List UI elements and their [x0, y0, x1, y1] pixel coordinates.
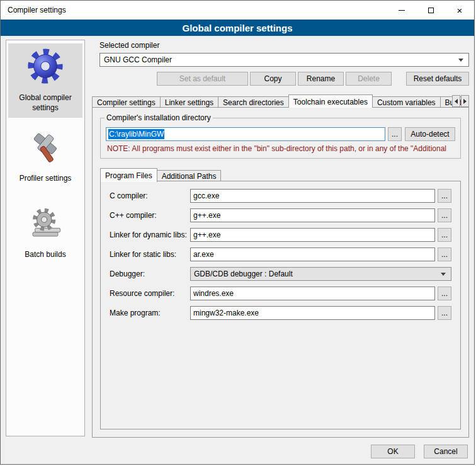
linker-dynamic-browse-button[interactable]: ... — [438, 228, 451, 242]
form-row-cpp-compiler: C++ compiler: ... — [110, 208, 451, 222]
dialog-banner: Global compiler settings — [1, 20, 474, 36]
program-files-panel: C compiler: ... C++ compiler: ... Linker… — [100, 181, 461, 429]
window-title: Compiler settings — [1, 6, 387, 14]
selected-compiler-label: Selected compiler — [99, 41, 469, 50]
cpp-compiler-label: C++ compiler: — [110, 211, 190, 220]
sidebar-item-global-compiler-settings[interactable]: Global compiler settings — [8, 43, 82, 118]
compiler-settings-window: Compiler settings × Global compiler sett… — [0, 0, 475, 465]
resource-compiler-label: Resource compiler: — [110, 289, 190, 298]
c-compiler-browse-button[interactable]: ... — [438, 189, 451, 203]
form-row-resource-compiler: Resource compiler: ... — [110, 287, 451, 300]
toolchain-executables-panel: Compiler's installation directory C:\ray… — [92, 107, 469, 438]
chevron-down-icon — [458, 59, 463, 62]
close-button[interactable]: × — [445, 1, 474, 20]
installation-directory-label: Compiler's installation directory — [105, 113, 213, 122]
selected-compiler-value: GNU GCC Compiler — [100, 55, 458, 64]
debugger-label: Debugger: — [110, 270, 190, 278]
tab-search-directories[interactable]: Search directories — [218, 96, 289, 108]
linker-static-input[interactable] — [190, 247, 435, 261]
sidebar-item-label: Profiler settings — [20, 174, 72, 184]
linker-dynamic-label: Linker for dynamic libs: — [110, 230, 190, 239]
tab-custom-variables[interactable]: Custom variables — [372, 96, 441, 108]
tab-scroll-right-button[interactable] — [461, 95, 469, 107]
installation-directory-browse-button[interactable]: ... — [388, 127, 402, 141]
installation-directory-value: C:\raylib\MinGW — [108, 129, 164, 139]
tab-linker-settings[interactable]: Linker settings — [160, 96, 218, 108]
banner-title: Global compiler settings — [182, 23, 292, 33]
sidebar-item-label: Batch builds — [25, 250, 65, 260]
settings-category-list: Global compiler settings Profiler settin… — [6, 40, 85, 436]
cpp-compiler-input[interactable] — [190, 208, 435, 222]
minimize-button[interactable] — [387, 1, 416, 20]
c-compiler-input[interactable] — [190, 189, 435, 203]
make-program-input[interactable] — [190, 306, 435, 320]
form-row-linker-static: Linker for static libs: ... — [110, 247, 451, 261]
dialog-footer: OK Cancel — [1, 439, 474, 464]
sidebar-item-label: Global compiler settings — [9, 93, 81, 113]
dialog-body: Global compiler settings Profiler settin… — [1, 36, 474, 439]
sidebar-item-batch-builds[interactable]: Batch builds — [8, 203, 82, 265]
reset-defaults-button[interactable]: Reset defaults — [406, 72, 469, 86]
installation-directory-input[interactable]: C:\raylib\MinGW — [106, 127, 385, 141]
copy-button[interactable]: Copy — [250, 72, 296, 86]
program-files-tab-strip: Program Files Additional Paths — [100, 168, 461, 181]
resource-compiler-browse-button[interactable]: ... — [438, 287, 451, 300]
close-icon: × — [457, 6, 463, 15]
tab-scroll-controls — [451, 95, 469, 107]
bin-subdirectory-note: NOTE: All programs must exist either in … — [107, 144, 455, 153]
blue-gear-icon — [26, 47, 65, 86]
installation-directory-row: C:\raylib\MinGW ... Auto-detect — [106, 127, 455, 141]
compiler-actions: Set as default Copy Rename Delete Reset … — [99, 72, 469, 86]
titlebar: Compiler settings × — [1, 1, 474, 20]
c-compiler-label: C compiler: — [110, 191, 190, 200]
form-row-linker-dynamic: Linker for dynamic libs: ... — [110, 228, 451, 242]
make-program-label: Make program: — [110, 309, 190, 317]
maximize-icon — [428, 8, 434, 13]
gray-gear-stack-icon — [27, 206, 64, 242]
tab-compiler-settings[interactable]: Compiler settings — [92, 96, 161, 108]
rename-button[interactable]: Rename — [298, 72, 344, 86]
subtab-program-files[interactable]: Program Files — [100, 168, 157, 182]
minimize-icon — [399, 10, 405, 11]
delete-button[interactable]: Delete — [346, 72, 392, 86]
selected-compiler-dropdown[interactable]: GNU GCC Compiler — [99, 53, 469, 67]
tab-scroll-left-button[interactable] — [452, 95, 460, 107]
linker-static-label: Linker for static libs: — [110, 250, 190, 259]
tab-scroll-right-icon — [463, 99, 467, 104]
make-program-browse-button[interactable]: ... — [438, 306, 451, 320]
set-as-default-button[interactable]: Set as default — [157, 72, 248, 86]
cpp-compiler-browse-button[interactable]: ... — [438, 208, 451, 222]
chevron-down-icon — [441, 273, 446, 276]
linker-dynamic-input[interactable] — [190, 228, 435, 242]
form-row-debugger: Debugger: GDB/CDB debugger : Default — [110, 267, 451, 281]
form-row-make-program: Make program: ... — [110, 306, 451, 320]
tab-scroll-left-icon — [455, 99, 458, 104]
debugger-value: GDB/CDB debugger : Default — [194, 270, 293, 278]
sidebar-item-profiler-settings[interactable]: Profiler settings — [8, 127, 82, 189]
settings-tab-strip: Compiler settings Linker settings Search… — [92, 94, 469, 108]
cancel-button[interactable]: Cancel — [424, 445, 468, 458]
ok-button[interactable]: OK — [371, 445, 415, 458]
profiler-tool-icon — [27, 130, 64, 166]
auto-detect-button[interactable]: Auto-detect — [405, 127, 455, 141]
form-row-c-compiler: C compiler: ... — [110, 189, 451, 203]
installation-directory-group: Compiler's installation directory C:\ray… — [100, 118, 461, 159]
debugger-dropdown[interactable]: GDB/CDB debugger : Default — [190, 267, 451, 281]
maximize-button[interactable] — [416, 1, 445, 20]
settings-content: Selected compiler GNU GCC Compiler Set a… — [92, 38, 469, 438]
tab-toolchain-executables[interactable]: Toolchain executables — [288, 94, 373, 108]
linker-static-browse-button[interactable]: ... — [438, 247, 451, 261]
resource-compiler-input[interactable] — [190, 287, 435, 300]
